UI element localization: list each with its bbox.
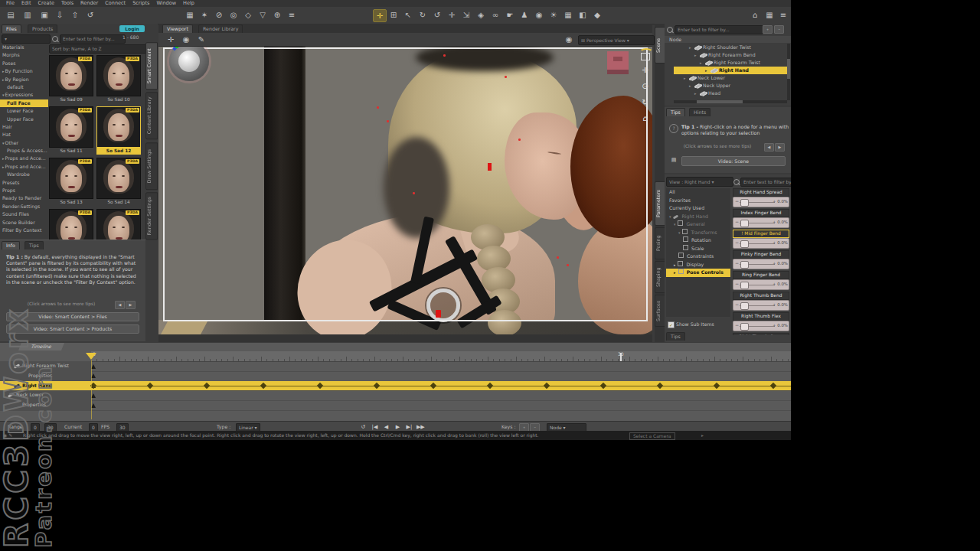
prev-tip-button[interactable]: ◀	[115, 301, 125, 309]
category-item[interactable]: By Region	[0, 76, 48, 83]
frame-home-icon[interactable]: ⌂	[639, 112, 651, 125]
parameter-search-input[interactable]: Enter text to filter by...	[740, 178, 791, 187]
parameter-name[interactable]: Right Thumb Flex	[733, 312, 789, 321]
category-item[interactable]: Poses	[0, 60, 48, 67]
viewport-node-edit-icon[interactable]: ✎	[195, 34, 207, 45]
parameter-group-item[interactable]: Transforms	[666, 229, 730, 237]
parameter-group-item[interactable]: General	[666, 220, 730, 229]
create-light-icon[interactable]: ✶	[198, 9, 211, 21]
category-item[interactable]: Full Face	[0, 99, 48, 107]
increment-icon[interactable]: ＋	[772, 281, 776, 288]
increment-icon[interactable]: ＋	[772, 260, 776, 267]
save-icon[interactable]: ▣	[38, 9, 51, 21]
parameter-group-item[interactable]: Favorites	[666, 197, 730, 205]
category-item[interactable]: Lower Face	[0, 107, 48, 115]
parameter-slider[interactable]: − ＋ 0.0%	[733, 279, 789, 290]
scene-node[interactable]: Neck Lower	[674, 74, 787, 82]
slider-thumb[interactable]	[740, 240, 749, 248]
menu-item[interactable]: Help	[183, 0, 194, 7]
light-tool-icon[interactable]: ☀	[547, 9, 560, 21]
show-sub-items-row[interactable]: ✓ Show Sub Items	[668, 321, 714, 328]
parameter-group-item[interactable]: All	[666, 188, 730, 197]
node-tool-icon[interactable]: ◈	[475, 9, 487, 21]
scene-vscrollbar[interactable]	[787, 44, 790, 100]
camera-tool-icon[interactable]: ◉	[533, 9, 545, 21]
parameter-name[interactable]: Right Thumb Bend	[733, 292, 789, 300]
viewport-rotate-ball-icon[interactable]: ◉	[180, 34, 192, 45]
increment-icon[interactable]: ＋	[772, 302, 776, 308]
content-tool-icon[interactable]: ◆	[591, 9, 603, 21]
category-item[interactable]: Scene Builder	[0, 219, 48, 227]
scene-node[interactable]: Right Shoulder Twist	[674, 44, 787, 51]
category-item[interactable]: Props	[0, 187, 48, 194]
increment-icon[interactable]: ＋	[772, 198, 776, 205]
scale-tool-icon[interactable]: ⇲	[460, 9, 472, 21]
parameter-name[interactable]: Index Finger Bend	[733, 209, 789, 217]
video-smart-content-products-button[interactable]: Video: Smart Content > Products	[6, 324, 139, 334]
cube-rotate-icon[interactable]	[641, 53, 650, 60]
parameter-slider[interactable]: − ＋ 0.0%	[733, 217, 789, 228]
tab-shaping[interactable]: Shaping	[655, 261, 665, 293]
content-thumbnail[interactable]: P3DA So Sad 12	[96, 106, 141, 155]
pan-icon[interactable]: ✛	[639, 64, 651, 77]
sort-select[interactable]: Sort by: Name, A to Z	[49, 44, 147, 54]
scene-add-button[interactable]: ＋	[763, 25, 773, 34]
tab-tips[interactable]: Tips	[24, 241, 44, 249]
scene-node[interactable]: Right Forearm Bend	[674, 51, 787, 59]
content-thumbnail[interactable]: P3DA So Sad 13	[49, 158, 93, 206]
category-item[interactable]: Materials	[0, 44, 48, 51]
login-button[interactable]: Login	[119, 25, 145, 32]
menu-item[interactable]: Edit	[21, 0, 31, 7]
zoom-icon[interactable]: ⊙	[639, 80, 651, 93]
render-tool-icon[interactable]: ▦	[562, 9, 574, 21]
parameter-group-item[interactable]: Right Hand	[666, 213, 730, 221]
timeline-row-label[interactable]: Neck Lower	[0, 390, 91, 400]
parameter-group-item[interactable]: Constraints	[666, 253, 730, 261]
category-item[interactable]: Hat	[0, 131, 48, 139]
video-scene-button[interactable]: Video: Scene	[681, 156, 786, 166]
category-item[interactable]: Expressions	[0, 91, 48, 99]
scene-node[interactable]: Head	[674, 90, 787, 97]
create-primitive-icon[interactable]: ◇	[242, 9, 254, 21]
content-thumbnail[interactable]: P3DA So Sad 11	[49, 106, 93, 155]
open-icon[interactable]: ▤	[5, 9, 17, 21]
menu-item[interactable]: Tools	[61, 0, 74, 7]
slider-thumb[interactable]	[740, 220, 749, 227]
scene-node[interactable]: Right Hand	[674, 67, 787, 74]
tab-surfaces[interactable]: Surfaces	[655, 295, 665, 327]
view-cube[interactable]	[607, 51, 629, 74]
decrement-icon[interactable]: −	[735, 302, 739, 307]
content-thumbnail[interactable]: P3DA So Sad 16	[96, 209, 141, 240]
content-search-input[interactable]: Enter text to filter by...	[60, 34, 126, 44]
decrement-icon[interactable]: −	[735, 260, 739, 266]
slider-thumb[interactable]	[740, 302, 749, 310]
category-item[interactable]: Upper Face	[0, 116, 48, 123]
tab-hints[interactable]: Hints	[689, 108, 710, 116]
parameter-group-item[interactable]: Display	[666, 261, 730, 269]
tab-render-library[interactable]: Render Library	[198, 24, 243, 33]
category-item[interactable]: Other	[0, 139, 48, 147]
undo-icon[interactable]: ↺	[84, 9, 96, 21]
content-thumbnail[interactable]: P3DA So Sad 09	[49, 55, 93, 103]
category-item[interactable]: Morphs	[0, 51, 48, 59]
timeline-row-label[interactable]: Right Forearm Twist	[0, 361, 91, 371]
content-thumbnail[interactable]: P3DA So Sad 15	[49, 209, 93, 240]
tab-files[interactable]: Files	[2, 24, 21, 33]
orbit-trackball-widget[interactable]	[169, 47, 209, 81]
parameter-slider[interactable]: − ＋ 0.0%	[733, 300, 789, 311]
tab-parameters-tips[interactable]: Tips	[666, 332, 685, 341]
category-item[interactable]: Ready to Render	[0, 194, 48, 202]
category-item[interactable]: Hair	[0, 123, 48, 131]
category-item[interactable]: By Function	[0, 67, 48, 75]
category-item[interactable]: Wardrobe	[0, 171, 48, 178]
create-null-icon[interactable]: ⊘	[213, 9, 225, 21]
decrement-icon[interactable]: −	[735, 240, 739, 245]
slider-thumb[interactable]	[740, 323, 749, 331]
playhead[interactable]	[86, 353, 96, 360]
vertical-tab[interactable]: Content Library	[145, 92, 158, 139]
timeline-row-label[interactable]: Properties	[0, 400, 91, 410]
parameter-slider[interactable]: − ＋ 0.0%	[733, 197, 789, 207]
timeline-row[interactable]: Properties	[0, 371, 791, 382]
camera-hint-box[interactable]: Select a Camera	[629, 432, 675, 440]
scene-node[interactable]: Neck Upper	[674, 82, 787, 90]
